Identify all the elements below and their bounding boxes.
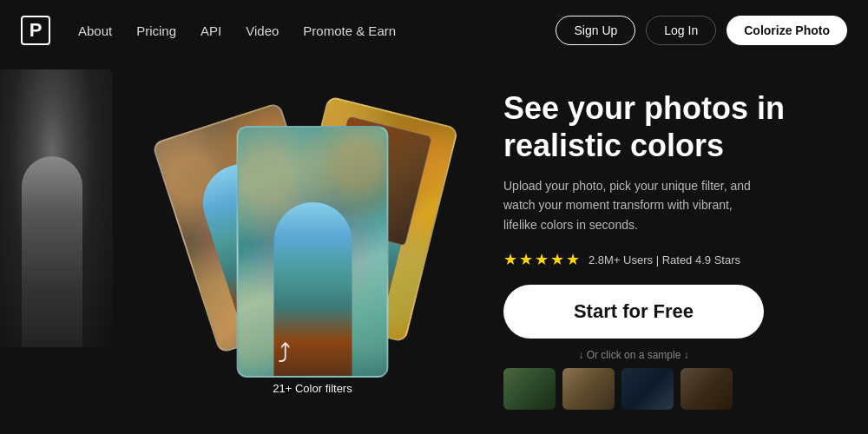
- logo-symbol: P: [30, 19, 43, 42]
- cards-container: 21+ Color filters: [174, 91, 451, 412]
- center-cards-section: 21+ Color filters ⤴: [148, 61, 477, 434]
- nav-actions: Sign Up Log In Colorize Photo: [556, 16, 847, 45]
- login-button[interactable]: Log In: [646, 16, 716, 45]
- logo[interactable]: P: [21, 16, 50, 45]
- right-text-section: See your photos in realistic colors Uplo…: [477, 61, 868, 434]
- bw-photo-inner: [0, 69, 113, 347]
- colorize-photo-button[interactable]: Colorize Photo: [727, 16, 847, 45]
- rating-row: ★★★★★ 2.8M+ Users | Rated 4.9 Stars: [503, 250, 842, 269]
- sample-thumb-3[interactable]: [621, 368, 674, 410]
- start-free-button[interactable]: Start for Free: [503, 285, 764, 339]
- sample-thumb-4[interactable]: [681, 368, 733, 410]
- sample-thumbnails: [503, 368, 764, 410]
- navbar: P About Pricing API Video Promote & Earn…: [0, 0, 868, 61]
- hero-subtitle: Upload your photo, pick your unique filt…: [503, 176, 764, 234]
- card-inner-front: [239, 128, 387, 376]
- nav-item-pricing[interactable]: Pricing: [136, 23, 176, 38]
- nav-item-promote[interactable]: Promote & Earn: [303, 23, 396, 38]
- nav-item-api[interactable]: API: [201, 23, 221, 38]
- nav-item-video[interactable]: Video: [246, 23, 279, 38]
- sample-thumb-2[interactable]: [562, 368, 615, 410]
- rating-text: 2.8M+ Users | Rated 4.9 Stars: [589, 253, 740, 266]
- bw-photo: [0, 69, 113, 347]
- star-rating: ★★★★★: [503, 250, 582, 269]
- nav-links: About Pricing API Video Promote & Earn: [78, 23, 556, 38]
- bw-figure: [22, 156, 82, 347]
- cards-label: 21+ Color filters: [273, 382, 352, 395]
- swirl-arrow-decoration: ⤴: [278, 339, 291, 369]
- nav-item-about[interactable]: About: [78, 23, 112, 38]
- left-photo-section: [0, 61, 148, 434]
- hero-title: See your photos in realistic colors: [503, 89, 842, 164]
- main-content: 21+ Color filters ⤴ See your photos in r…: [0, 61, 868, 434]
- sample-label: ↓ Or click on a sample ↓: [503, 349, 764, 361]
- photo-card-front: [237, 126, 389, 378]
- sample-thumb-1[interactable]: [503, 368, 556, 410]
- signup-button[interactable]: Sign Up: [556, 16, 635, 45]
